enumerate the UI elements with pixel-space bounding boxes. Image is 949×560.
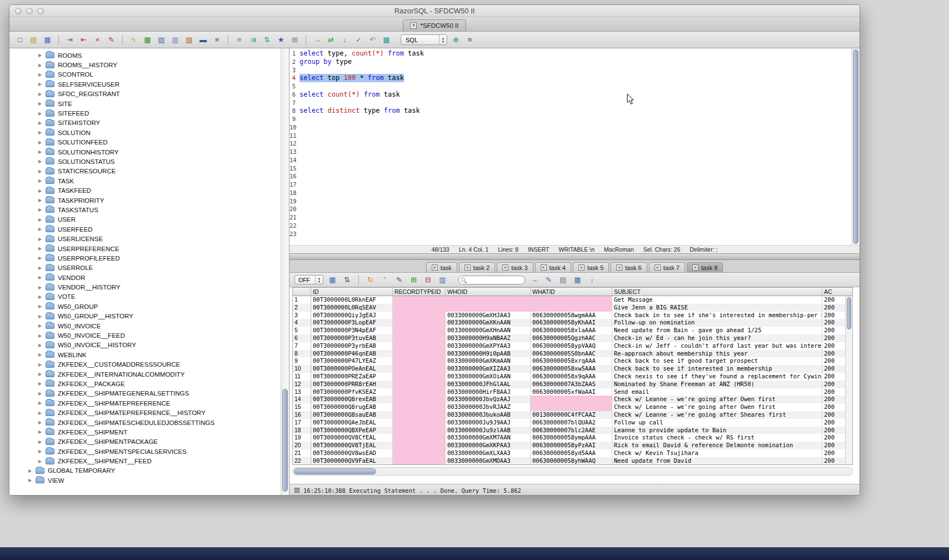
editor-line[interactable]: 3 [289, 66, 860, 74]
tree-item-zkfedex__shipmentpackage[interactable]: ▶ZKFEDEX__SHIPMENTPACKAGE [9, 437, 289, 447]
grid-cell[interactable] [393, 427, 446, 434]
disclosure-triangle-icon[interactable]: ▶ [38, 304, 44, 309]
disclosure-triangle-icon[interactable]: ▶ [38, 149, 44, 154]
result-tab-task-6[interactable]: ✕task 6 [611, 262, 647, 272]
editor-line[interactable]: 9 [289, 115, 860, 123]
connections-icon[interactable]: ⊕ [451, 34, 461, 45]
insert-row-icon[interactable]: ⊞ [408, 274, 419, 285]
disclosure-triangle-icon[interactable]: ▶ [38, 121, 44, 126]
close-file-icon[interactable]: × [92, 34, 103, 45]
tree-item-site[interactable]: ▶SITE [9, 99, 289, 108]
grid-cell[interactable] [446, 296, 531, 304]
column-header-whoid[interactable]: WHOID [446, 288, 531, 296]
titlebar[interactable]: RazorSQL - SFDCW50 II [9, 5, 860, 17]
grid-cell[interactable]: 006300000058xw5AAA [531, 365, 612, 373]
mode-dropdown[interactable]: SQL ▲▼ [401, 34, 447, 45]
disclosure-triangle-icon[interactable]: ▶ [38, 63, 44, 68]
grid-cell[interactable]: 0033000000JbvQzAAJ [446, 396, 531, 403]
sort-lines-icon[interactable]: ⇅ [262, 34, 272, 45]
tree-item-taskpriority[interactable]: ▶TASKPRIORITY [9, 196, 289, 205]
grid-cell[interactable]: Rick to email David & reference Delmonte… [612, 442, 822, 449]
grid-cell[interactable]: Leanne to provide update to Bain [612, 427, 822, 434]
editor-line[interactable]: 15 [289, 164, 860, 173]
tree-item-rooms__history[interactable]: ▶ROOMS__HISTORY [9, 60, 289, 69]
grid-cell[interactable]: 0033000000GmXLXAA3 [446, 449, 531, 457]
minimize-window-button[interactable] [26, 8, 33, 14]
grid-cell[interactable] [393, 449, 446, 457]
grid-cell[interactable] [393, 304, 446, 312]
grid-cell[interactable]: Get Massage [612, 296, 822, 304]
tree-item-zkfedex__shipment[interactable]: ▶ZKFEDEX__SHIPMENT [9, 427, 289, 437]
grid-cell[interactable]: Send email [612, 388, 822, 396]
grid-cell[interactable]: 00T3000000P46qnEAB [311, 350, 393, 358]
column-header-rownum[interactable] [293, 288, 311, 296]
tree-item-weblink[interactable]: ▶WEBLINK [9, 350, 289, 359]
close-window-button[interactable] [15, 8, 22, 14]
row-number[interactable]: 17 [293, 419, 311, 427]
grid-cell[interactable]: 0033000000Ju9zlAAB [446, 427, 531, 434]
grid-cell[interactable] [393, 296, 446, 304]
disclosure-triangle-icon[interactable]: ▶ [38, 285, 44, 290]
tree-item-solutionhistory[interactable]: ▶SOLUTIONHISTORY [9, 147, 289, 157]
grid-cell[interactable]: 00T3000000QV9FaEAL [311, 457, 393, 465]
disclosure-triangle-icon[interactable]: ▶ [38, 130, 44, 135]
disclosure-triangle-icon[interactable]: ▶ [38, 429, 44, 434]
select-columns-icon[interactable]: ▥ [437, 274, 448, 285]
edit-cell-icon[interactable]: ✎ [394, 274, 404, 285]
grid-cell[interactable]: 0033000000GmXKPAA3 [446, 442, 531, 449]
editor-scrollbar[interactable] [851, 48, 860, 245]
column-header-recordtypeid[interactable]: RECORDTYPEID [393, 288, 446, 296]
grid-cell[interactable]: 006300000058yhWAAQ [531, 457, 612, 465]
result-tab-task-7[interactable]: ✕task 7 [649, 262, 685, 272]
grid-cell[interactable]: Check-in w/ Jeff - couldn't afford last … [612, 342, 822, 350]
tree-item-zkfedex__shipmatepreference[interactable]: ▶ZKFEDEX__SHIPMATEPREFERENCE [9, 398, 289, 408]
grid-cell[interactable]: Check back to see if interested in membe… [612, 365, 822, 373]
paste-icon[interactable]: ▨ [184, 34, 194, 45]
tab-close-icon[interactable]: ✕ [616, 264, 622, 271]
save-grid-icon[interactable]: ▦ [572, 274, 583, 285]
grid-cell[interactable]: 00T3000000P47LYEAZ [311, 357, 393, 365]
grid-cell[interactable]: 0033000000Ju9J9AAJ [446, 419, 531, 427]
grid-cell[interactable] [393, 396, 446, 403]
result-tab-task-3[interactable]: ✕task 3 [497, 262, 533, 272]
horizontal-splitter[interactable] [289, 253, 860, 260]
tree-item-w50_invoice__feed[interactable]: ▶W50_INVOICE__FEED [9, 331, 289, 340]
grid-cell[interactable]: Invoice status check - check w/ RS first [612, 434, 822, 442]
tab-close-icon[interactable]: ✕ [541, 264, 547, 271]
grid-cell[interactable] [531, 403, 612, 411]
disclosure-triangle-icon[interactable]: ▶ [38, 72, 44, 77]
format-sql-icon[interactable]: ≡ [234, 34, 244, 45]
grid-cell[interactable] [393, 357, 446, 365]
grid-cell[interactable]: 00630000007blc2AAE [531, 427, 612, 434]
column-header-subject[interactable]: SUBJECT [612, 288, 822, 296]
editor-line[interactable]: 4select top 100 * from task [289, 74, 860, 82]
tree-item-taskstatus[interactable]: ▶TASKSTATUS [9, 205, 289, 214]
grid-cell[interactable] [393, 365, 446, 373]
fetch-icon[interactable]: ↓ [339, 34, 350, 45]
sql-editor[interactable]: 1select type, count(*) from task2group b… [289, 48, 860, 245]
disclosure-triangle-icon[interactable]: ▶ [38, 198, 44, 203]
tree-item-taskfeed[interactable]: ▶TASKFEED [9, 186, 289, 195]
tab-close-icon[interactable]: ✕ [692, 264, 698, 271]
disclosure-triangle-icon[interactable]: ▶ [38, 111, 44, 116]
grid-cell[interactable]: 00T3000000L0RknEAF [311, 296, 393, 304]
grid-cell[interactable]: 006300000058ympAAA [531, 434, 612, 442]
grid-cell[interactable] [393, 327, 446, 334]
disclosure-triangle-icon[interactable]: ▶ [38, 352, 44, 357]
grid-cell[interactable]: 0013000000C4fFCAAZ [531, 411, 612, 419]
row-number[interactable]: 3 [293, 312, 311, 319]
tree-item-vendor[interactable]: ▶VENDOR [9, 273, 289, 282]
tree-item-rooms[interactable]: ▶ROOMS [9, 51, 289, 60]
grid-scrollbar-thumb[interactable] [847, 297, 851, 329]
tree-item-zkfedex__shipmategeneralsettings[interactable]: ▶ZKFEDEX__SHIPMATEGENERALSETTINGS [9, 389, 289, 398]
grid-cell[interactable]: 006300000058yPzAAI [531, 442, 612, 449]
grid-cell[interactable]: 00T3000000Q8sauEAB [311, 411, 393, 419]
tree-item-w50_invoice__history[interactable]: ▶W50_INVOICE__HISTORY [9, 341, 289, 350]
editor-line[interactable]: 14 [289, 156, 860, 164]
row-number[interactable]: 7 [293, 342, 311, 350]
bookmark-icon[interactable]: ▬ [198, 34, 208, 45]
disclosure-triangle-icon[interactable]: ▶ [38, 294, 44, 299]
editor-scrollbar-thumb[interactable] [853, 49, 858, 244]
grid-cell[interactable]: 0033000000HirF8AAJ [446, 388, 531, 396]
grid-cell[interactable]: Check w/ Leanne - we're going after Owen… [612, 396, 822, 403]
